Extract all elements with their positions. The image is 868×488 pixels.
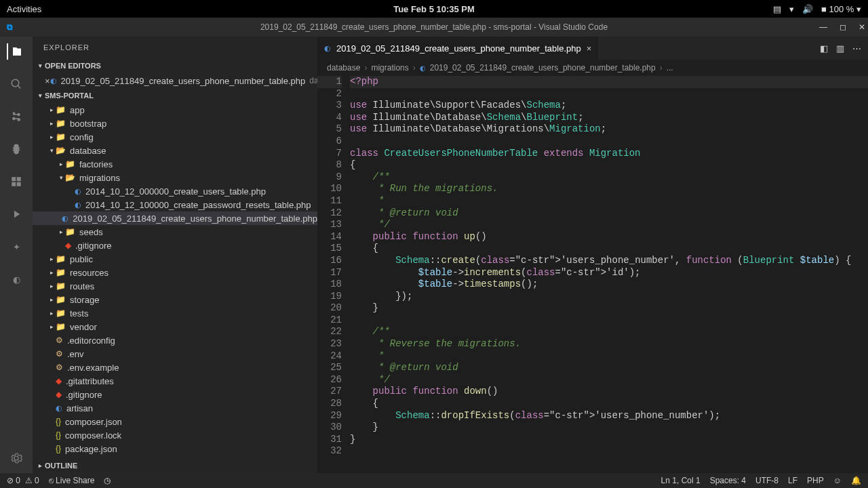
fold-icon: 📁 [56, 295, 66, 304]
tree-item[interactable]: ◐2019_02_05_211849_create_users_phone_nu… [33, 211, 317, 225]
fold-icon: 📁 [56, 132, 66, 142]
editor-tab[interactable]: ◐ 2019_02_05_211849_create_users_phone_n… [317, 37, 599, 60]
status-eol[interactable]: LF [788, 476, 797, 485]
volume-icon[interactable]: 🔊 [802, 4, 813, 14]
git-icon: ◆ [56, 376, 62, 386]
php-file-icon: ◐ [420, 64, 426, 72]
fold-open-icon: 📂 [56, 146, 66, 155]
status-clock-icon[interactable]: ◷ [104, 476, 111, 485]
tray-app-icon[interactable]: ▤ [773, 4, 781, 14]
tree-item[interactable]: ▸📁tests [33, 306, 317, 320]
env-icon: ⚙ [56, 349, 63, 359]
extensions-activity[interactable] [8, 174, 24, 190]
explorer-activity[interactable] [7, 43, 24, 60]
tree-item[interactable]: ▸📁resources [33, 266, 317, 279]
fold-icon: 📁 [65, 227, 75, 237]
tree-item[interactable]: ▸📁bootstrap [33, 117, 317, 130]
tree-item[interactable]: ▸📁public [33, 252, 317, 266]
php-icon: ◐ [56, 404, 62, 413]
fold-icon: 📁 [65, 159, 75, 169]
status-encoding[interactable]: UTF-8 [755, 476, 778, 485]
search-activity[interactable] [8, 76, 24, 92]
tree-item[interactable]: ◐2014_10_12_000000_create_users_table.ph… [33, 184, 317, 198]
os-topbar: Activities Tue Feb 5 10:35 PM ▤ ▾ 🔊 ■ 10… [0, 0, 868, 18]
env-icon: ⚙ [56, 336, 63, 345]
env-icon: ⚙ [56, 363, 63, 372]
tree-item[interactable]: ▸📁config [33, 130, 317, 144]
tab-label: 2019_02_05_211849_create_users_phone_num… [336, 43, 581, 54]
os-clock[interactable]: Tue Feb 5 10:35 PM [393, 4, 475, 14]
fold-icon: 📁 [56, 308, 66, 318]
split-editor-icon[interactable]: ▥ [836, 43, 844, 54]
json-icon: {} [56, 444, 61, 453]
tree-item[interactable]: ◆.gitignore [33, 239, 317, 252]
php-icon: ◐ [62, 214, 68, 223]
json-icon: {} [56, 430, 61, 440]
tree-item[interactable]: ⚙.env.example [33, 361, 317, 374]
php-file-icon: ◐ [324, 44, 331, 53]
tree-item[interactable]: ▸📁storage [33, 293, 317, 306]
status-bar: ⊘ 0 ⚠ 0 ⎋ Live Share ◷ Ln 1, Col 1 Space… [0, 473, 868, 488]
status-bell-icon[interactable]: 🔔 [851, 476, 861, 485]
scm-activity[interactable] [8, 108, 24, 125]
run-activity[interactable] [8, 206, 24, 222]
tree-item[interactable]: {}composer.json [33, 415, 317, 428]
fold-icon: 📁 [56, 254, 66, 264]
more-actions-icon[interactable]: ⋯ [852, 43, 861, 54]
close-editor-icon[interactable]: × [45, 76, 50, 86]
ext-icon-1[interactable]: ✦ [8, 239, 24, 255]
open-editors-header[interactable]: ▾OPEN EDITORS [33, 58, 317, 73]
fold-open-icon: 📂 [65, 173, 75, 182]
tree-item[interactable]: {}composer.lock [33, 428, 317, 442]
window-title: 2019_02_05_211849_create_users_phone_num… [260, 22, 608, 32]
tree-item[interactable]: ◆.gitignore [33, 388, 317, 401]
status-liveshare[interactable]: ⎋ Live Share [49, 476, 95, 485]
explorer-sidebar: EXPLORER ▾OPEN EDITORS × ◐ 2019_02_05_21… [33, 37, 317, 473]
compare-icon[interactable]: ◧ [820, 43, 828, 54]
fold-icon: 📁 [56, 268, 66, 277]
debug-activity[interactable] [8, 141, 24, 157]
breadcrumb[interactable]: database› migrations› ◐ 2019_02_05_21184… [317, 60, 868, 76]
status-spaces[interactable]: Spaces: 4 [710, 476, 746, 485]
tree-item[interactable]: ▾📂migrations [33, 171, 317, 184]
php-icon: ◐ [75, 201, 81, 209]
activity-bar: ✦ ◐ [0, 37, 33, 473]
tree-item[interactable]: {}package.json [33, 442, 317, 455]
status-position[interactable]: Ln 1, Col 1 [661, 476, 701, 485]
tree-item[interactable]: ◐artisan [33, 401, 317, 415]
project-header[interactable]: ▾SMS-PORTAL [33, 88, 317, 103]
settings-activity[interactable] [8, 450, 24, 466]
tree-item[interactable]: ▸📁app [33, 103, 317, 117]
open-editor-item[interactable]: × ◐ 2019_02_05_211849_create_users_phone… [33, 73, 317, 88]
activities-button[interactable]: Activities [7, 4, 41, 14]
maximize-button[interactable]: ◻ [840, 22, 846, 32]
code-editor[interactable]: 1234567891011121314151617181920212223242… [317, 76, 868, 473]
close-button[interactable]: ✕ [859, 22, 865, 32]
tab-close-icon[interactable]: × [587, 43, 592, 54]
status-errors[interactable]: ⊘ 0 ⚠ 0 [7, 476, 39, 485]
git-icon: ◆ [56, 390, 62, 399]
tree-item[interactable]: ⚙.editorconfig [33, 333, 317, 347]
tree-item[interactable]: ▸📁factories [33, 157, 317, 171]
fold-icon: 📁 [56, 105, 66, 115]
ext-icon-2[interactable]: ◐ [8, 271, 24, 287]
outline-header[interactable]: ▸OUTLINE [33, 458, 317, 473]
battery-icon[interactable]: ■ 100 % ▾ [821, 4, 861, 14]
fold-icon: 📁 [56, 281, 66, 291]
tree-item[interactable]: ◐2014_10_12_100000_create_password_reset… [33, 198, 317, 211]
window-titlebar: ⧉ 2019_02_05_211849_create_users_phone_n… [0, 18, 868, 37]
fold-icon: 📁 [56, 119, 66, 128]
minimize-button[interactable]: — [819, 22, 827, 32]
tree-item[interactable]: ⚙.env [33, 347, 317, 361]
tree-item[interactable]: ▸📁vendor [33, 320, 317, 333]
fold-icon: 📁 [56, 322, 66, 331]
wifi-icon[interactable]: ▾ [789, 4, 794, 14]
tree-item[interactable]: ◆.gitattributes [33, 374, 317, 388]
tree-item[interactable]: ▸📁seeds [33, 225, 317, 239]
tree-item[interactable]: ▾📂database [33, 144, 317, 157]
status-language[interactable]: PHP [807, 476, 824, 485]
git-icon: ◆ [65, 241, 71, 250]
tree-item[interactable]: ▸📁routes [33, 279, 317, 293]
status-feedback-icon[interactable]: ☺ [833, 476, 842, 485]
json-icon: {} [56, 417, 61, 426]
